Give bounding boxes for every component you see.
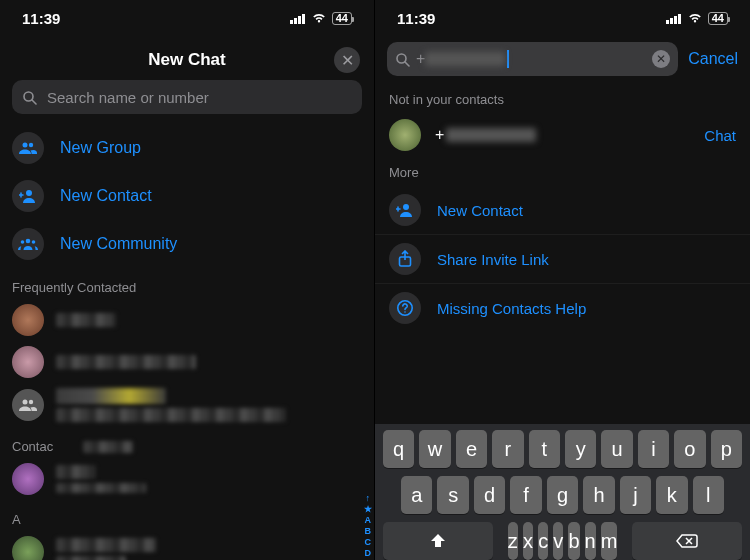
wifi-icon: [311, 12, 327, 24]
svg-rect-14: [666, 20, 669, 24]
missing-contacts-row[interactable]: Missing Contacts Help: [375, 284, 750, 332]
section-not-in-contacts: Not in your contacts: [375, 84, 750, 113]
share-invite-row[interactable]: Share Invite Link: [375, 235, 750, 284]
svg-point-13: [29, 400, 33, 404]
key-v[interactable]: v: [553, 522, 563, 560]
key-x[interactable]: x: [523, 522, 533, 560]
section-frequent: Frequently Contacted: [0, 268, 374, 299]
svg-point-23: [404, 311, 406, 313]
cellular-icon: [290, 13, 306, 24]
add-contact-icon: [12, 180, 44, 212]
key-i[interactable]: i: [638, 430, 669, 468]
search-result-row[interactable]: + Chat: [375, 113, 750, 157]
group-avatar: [12, 389, 44, 421]
redacted-name: [56, 313, 116, 327]
contact-row[interactable]: [0, 531, 374, 560]
key-b[interactable]: b: [568, 522, 579, 560]
key-k[interactable]: k: [656, 476, 687, 514]
key-y[interactable]: y: [565, 430, 596, 468]
clear-search-button[interactable]: ✕: [652, 50, 670, 68]
key-o[interactable]: o: [674, 430, 705, 468]
contact-row[interactable]: [0, 458, 374, 500]
svg-point-12: [23, 400, 28, 405]
alpha-index[interactable]: ↑★ABCDEFGHIJKLMNOPQRSTUVWXYZ#: [364, 493, 373, 560]
keyboard-row-3: zxcvbnm: [379, 522, 746, 560]
redacted-subtitle: [56, 408, 286, 422]
alpha-index-letter[interactable]: B: [365, 526, 372, 537]
key-h[interactable]: h: [583, 476, 614, 514]
key-w[interactable]: w: [419, 430, 450, 468]
help-icon: [389, 292, 421, 324]
page-title: New Chat: [148, 50, 225, 70]
key-n[interactable]: n: [585, 522, 596, 560]
new-community-row[interactable]: New Community: [0, 220, 374, 268]
screen-new-chat: 11:39 44 New Chat ✕ New Group New Contac…: [0, 0, 375, 560]
svg-rect-0: [290, 20, 293, 24]
svg-point-9: [26, 239, 31, 244]
key-f[interactable]: f: [510, 476, 541, 514]
key-m[interactable]: m: [601, 522, 618, 560]
redacted-name: [56, 538, 156, 552]
svg-rect-16: [674, 16, 677, 24]
close-icon: ✕: [341, 51, 354, 70]
search-icon: [395, 52, 410, 67]
close-button[interactable]: ✕: [334, 47, 360, 73]
key-s[interactable]: s: [437, 476, 468, 514]
avatar: [12, 536, 44, 560]
key-p[interactable]: p: [711, 430, 742, 468]
keyboard-row-3-letters: zxcvbnm: [498, 522, 628, 560]
new-group-label: New Group: [60, 139, 141, 157]
close-icon: ✕: [656, 52, 666, 66]
new-community-label: New Community: [60, 235, 177, 253]
alpha-index-letter[interactable]: ★: [364, 504, 372, 515]
key-g[interactable]: g: [547, 476, 578, 514]
keyboard[interactable]: qwertyuiop asdfghjkl zxcvbnm: [375, 424, 750, 560]
contact-row[interactable]: [0, 299, 374, 341]
share-icon: [389, 243, 421, 275]
alpha-index-letter[interactable]: D: [365, 548, 372, 559]
new-group-row[interactable]: New Group: [0, 124, 374, 172]
key-u[interactable]: u: [601, 430, 632, 468]
search-field[interactable]: + ✕: [387, 42, 678, 76]
svg-line-19: [405, 62, 409, 66]
new-contact-label: New Contact: [60, 187, 152, 205]
contact-row[interactable]: [0, 341, 374, 383]
chat-button[interactable]: Chat: [704, 127, 736, 144]
svg-point-10: [21, 240, 25, 244]
svg-point-20: [403, 204, 409, 210]
alpha-index-letter[interactable]: C: [365, 537, 372, 548]
key-a[interactable]: a: [401, 476, 432, 514]
contacts-scroll[interactable]: Frequently Contacted Contac: [0, 268, 374, 560]
backspace-key[interactable]: [632, 522, 742, 560]
key-d[interactable]: d: [474, 476, 505, 514]
status-bar: 11:39 44: [375, 0, 750, 32]
key-l[interactable]: l: [693, 476, 724, 514]
cancel-button[interactable]: Cancel: [688, 50, 738, 68]
text-caret: [507, 50, 509, 68]
key-e[interactable]: e: [456, 430, 487, 468]
key-j[interactable]: j: [620, 476, 651, 514]
results-scroll[interactable]: Not in your contacts + Chat More New Con…: [375, 84, 750, 424]
key-q[interactable]: q: [383, 430, 414, 468]
status-time: 11:39: [397, 10, 435, 27]
key-t[interactable]: t: [529, 430, 560, 468]
search-value: +: [416, 50, 425, 68]
search-field[interactable]: [12, 80, 362, 114]
battery-indicator: 44: [332, 12, 352, 25]
alpha-index-letter[interactable]: A: [365, 515, 372, 526]
alpha-index-letter[interactable]: ↑: [366, 493, 371, 504]
shift-key[interactable]: [383, 522, 493, 560]
share-invite-label: Share Invite Link: [437, 251, 549, 268]
avatar: [12, 304, 44, 336]
search-input[interactable]: [45, 88, 352, 107]
new-contact-row[interactable]: New Contact: [375, 186, 750, 235]
key-z[interactable]: z: [508, 522, 518, 560]
redacted-subtitle: [56, 556, 126, 560]
new-chat-header: New Chat ✕: [0, 32, 374, 80]
key-r[interactable]: r: [492, 430, 523, 468]
key-c[interactable]: c: [538, 522, 548, 560]
contact-row[interactable]: [0, 383, 374, 427]
svg-point-6: [23, 143, 28, 148]
svg-point-7: [29, 143, 33, 147]
new-contact-row[interactable]: New Contact: [0, 172, 374, 220]
